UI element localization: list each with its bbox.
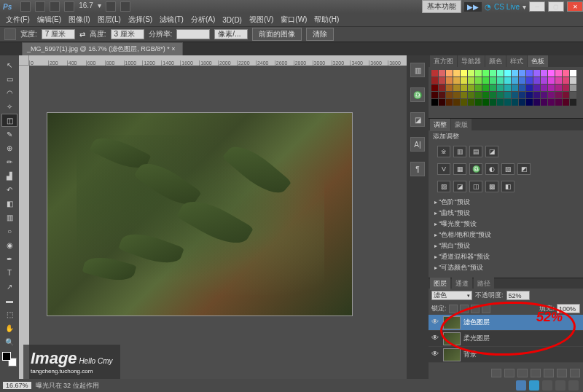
swatch[interactable] xyxy=(497,70,504,77)
crop-tool-icon[interactable] xyxy=(4,28,16,40)
swatch[interactable] xyxy=(519,85,525,91)
swatch[interactable] xyxy=(461,85,467,91)
swatch[interactable] xyxy=(446,70,453,77)
swatch[interactable] xyxy=(570,77,576,84)
swatch[interactable] xyxy=(563,92,569,98)
adjust-icon[interactable]: ▧ xyxy=(501,163,514,175)
lock-pixels-icon[interactable] xyxy=(460,305,469,313)
link-layer-icon[interactable] xyxy=(491,369,501,377)
swatch[interactable] xyxy=(533,85,540,91)
swatch[interactable] xyxy=(482,92,489,98)
swatch[interactable] xyxy=(431,92,438,98)
adjust-icon[interactable]: ▩ xyxy=(485,181,498,192)
document-image[interactable] xyxy=(47,112,353,316)
swatch[interactable] xyxy=(482,77,489,84)
swatch[interactable] xyxy=(512,77,518,84)
status-zoom[interactable]: 16.67% xyxy=(3,382,31,389)
gradient-tool[interactable]: ▥ xyxy=(1,211,17,224)
eraser-tool[interactable]: ◧ xyxy=(1,197,17,210)
status-icon[interactable] xyxy=(529,380,539,391)
preset-item[interactable]: "色阶"预设 xyxy=(433,197,579,208)
dock-char-icon[interactable]: A| xyxy=(410,137,425,152)
swatch[interactable] xyxy=(490,92,496,98)
crop-tool[interactable]: ◫ xyxy=(1,114,17,127)
swatch[interactable] xyxy=(548,92,555,98)
zoom-display[interactable]: 16.7 xyxy=(79,1,93,12)
brush-tool[interactable]: ✏ xyxy=(1,155,17,168)
tab-styles[interactable]: 样式 xyxy=(506,55,527,68)
swatch[interactable] xyxy=(461,99,467,106)
swatch[interactable] xyxy=(541,92,547,98)
layer-row[interactable]: 👁背景 xyxy=(429,347,583,363)
swatch[interactable] xyxy=(431,70,438,77)
menu-view[interactable]: 视图(V) xyxy=(246,14,276,26)
title-icon[interactable] xyxy=(20,1,31,12)
swatch[interactable] xyxy=(526,99,533,106)
swatch[interactable] xyxy=(519,99,525,106)
menu-select[interactable]: 选择(S) xyxy=(125,14,155,26)
preset-item[interactable]: "色相/饱和度"预设 xyxy=(433,230,579,240)
swatch[interactable] xyxy=(504,92,511,98)
marquee-tool[interactable]: ▭ xyxy=(1,72,17,85)
adjust-icon[interactable]: ◩ xyxy=(517,163,531,175)
swatch[interactable] xyxy=(519,77,525,84)
width-field[interactable]: 7 厘米 xyxy=(42,29,75,39)
swatch[interactable] xyxy=(526,70,533,77)
cslive-icon[interactable]: ◔ xyxy=(485,3,491,11)
adjust-icon[interactable]: ♎ xyxy=(469,163,482,175)
swatch[interactable] xyxy=(468,85,474,91)
swatch[interactable] xyxy=(439,99,445,106)
preset-item[interactable]: "曝光度"预设 xyxy=(433,219,579,230)
swatch[interactable] xyxy=(439,70,445,77)
hand-tool[interactable]: ✋ xyxy=(1,321,17,334)
visibility-icon[interactable]: 👁 xyxy=(430,334,440,344)
swatch[interactable] xyxy=(490,77,496,84)
swatch[interactable] xyxy=(497,85,504,91)
swatch[interactable] xyxy=(533,92,540,98)
swatch[interactable] xyxy=(439,77,445,84)
swatch[interactable] xyxy=(431,85,438,91)
healing-tool[interactable]: ⊕ xyxy=(1,141,17,154)
mask-icon[interactable] xyxy=(517,369,528,377)
swatch[interactable] xyxy=(570,92,576,98)
swatch[interactable] xyxy=(446,77,453,84)
swatch[interactable] xyxy=(439,85,445,91)
lock-position-icon[interactable] xyxy=(471,305,480,313)
trash-icon[interactable] xyxy=(570,369,580,377)
preset-item[interactable]: "可选颜色"预设 xyxy=(433,262,579,273)
cslive-label[interactable]: CS Live xyxy=(494,3,520,11)
type-tool[interactable]: T xyxy=(1,266,17,279)
swatch[interactable] xyxy=(431,99,438,106)
swatch[interactable] xyxy=(563,99,569,106)
history-brush-tool[interactable]: ↶ xyxy=(1,183,17,196)
layer-row[interactable]: 👁柔光图层 xyxy=(429,331,583,347)
swatch[interactable] xyxy=(526,77,533,84)
adjust-icon[interactable]: ◧ xyxy=(501,181,514,192)
swatch[interactable] xyxy=(541,70,547,77)
swatch[interactable] xyxy=(555,70,562,77)
swatch[interactable] xyxy=(439,92,445,98)
swatch[interactable] xyxy=(468,70,474,77)
swatch[interactable] xyxy=(512,99,518,106)
swatch[interactable] xyxy=(453,70,460,77)
swatch[interactable] xyxy=(461,92,467,98)
workspace-switch[interactable]: ▶▶ xyxy=(464,2,482,12)
swatch[interactable] xyxy=(475,70,482,77)
swatch[interactable] xyxy=(468,99,474,106)
preset-item[interactable]: "通道混和器"预设 xyxy=(433,251,579,262)
swatch[interactable] xyxy=(563,85,569,91)
dock-para-icon[interactable]: ¶ xyxy=(410,162,425,176)
swatch[interactable] xyxy=(446,85,453,91)
lasso-tool[interactable]: ◠ xyxy=(1,86,17,99)
swatch[interactable] xyxy=(570,99,576,106)
swatch[interactable] xyxy=(555,77,562,84)
adjust-icon[interactable]: ▤ xyxy=(469,146,482,157)
tab-paths[interactable]: 路径 xyxy=(474,278,494,290)
preset-item[interactable]: "黑白"预设 xyxy=(433,240,579,251)
path-tool[interactable]: ↗ xyxy=(1,280,17,293)
preset-item[interactable]: "曲线"预设 xyxy=(433,208,579,219)
dock-adjust-icon[interactable]: ◪ xyxy=(410,112,425,127)
color-swatches[interactable] xyxy=(2,352,17,366)
menu-help[interactable]: 帮助(H) xyxy=(311,14,342,26)
swatch[interactable] xyxy=(490,85,496,91)
